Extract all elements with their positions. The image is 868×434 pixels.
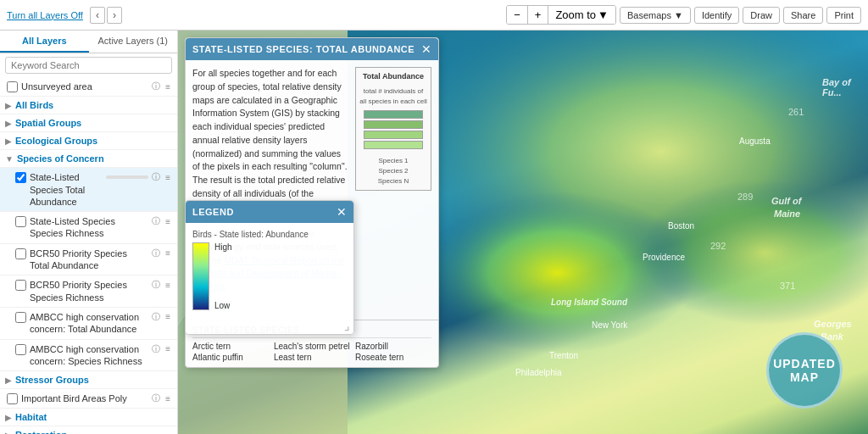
layer-info-button[interactable]: ⓘ [150, 343, 162, 355]
popup-close-button[interactable]: ✕ [421, 42, 431, 56]
zoom-plus-button[interactable]: + [528, 6, 549, 24]
layer-options-button[interactable]: ≡ [164, 173, 172, 182]
diagram-layer-3 [364, 131, 423, 139]
diagram-layer-n [364, 141, 423, 149]
layer-options-button[interactable]: ≡ [164, 344, 172, 353]
species-of-concern-label: Species of Concern [17, 153, 172, 164]
unsurveyed-checkbox[interactable] [7, 81, 18, 92]
bcr50-richness-label: BCR50 Priority Species Species Richness [30, 279, 147, 303]
philadelphia-city: Philadelphia [515, 368, 562, 377]
layer-info-button[interactable]: ⓘ [150, 215, 162, 227]
legend-close-button[interactable]: ✕ [337, 205, 347, 219]
layer-options-button[interactable]: ≡ [164, 82, 172, 92]
ecological-groups-group[interactable]: ▶ Ecological Groups [0, 132, 177, 150]
spatial-groups-group[interactable]: ▶ Spatial Groups [0, 114, 177, 132]
providence-city: Providence [643, 253, 685, 262]
sidebar: All Layers Active Layers (1) Unsurveyed … [0, 31, 178, 434]
legend-header: LEGEND ✕ [186, 201, 353, 223]
identify-button[interactable]: Identify [694, 7, 739, 24]
basemaps-button[interactable]: Basemaps ▼ [620, 7, 691, 24]
diagram-title: Total Abundance [359, 71, 427, 83]
nav-forward-button[interactable]: › [107, 7, 122, 24]
legend-row: High Low [192, 242, 347, 310]
legend-body: Birds - State listed: Abundance High Low [186, 223, 353, 317]
legend-gradient [192, 242, 209, 310]
chevron-down-icon: ▼ [5, 154, 14, 164]
layer-options-button[interactable]: ≡ [164, 312, 172, 321]
list-item: Unsurveyed area ⓘ ≡ [0, 77, 177, 97]
state-listed-total-checkbox[interactable] [15, 172, 26, 183]
layer-info-button[interactable]: ⓘ [150, 279, 162, 291]
diagram-subtitle: total # individuals of all species in ea… [359, 86, 427, 107]
search-input[interactable] [5, 57, 172, 74]
nav-back-button[interactable]: ‹ [90, 7, 105, 24]
share-button[interactable]: Share [783, 7, 823, 24]
layer-actions: ⓘ ≡ [150, 215, 172, 227]
layer-options-button[interactable]: ≡ [164, 217, 172, 226]
tab-all-layers[interactable]: All Layers [0, 31, 89, 53]
draw-button[interactable]: Draw [743, 7, 780, 24]
map-number-371: 371 [780, 281, 795, 291]
layer-options-button[interactable]: ≡ [164, 281, 172, 290]
ambcc-total-checkbox[interactable] [15, 312, 26, 323]
toolbar-left: Turn all Layers Off ‹ › [7, 7, 122, 24]
species-least-tern: Least tern [274, 353, 350, 362]
popup-title: STATE-LISTED SPECIES: TOTAL ABUNDANCE [192, 44, 415, 54]
bcr50-total-checkbox[interactable] [15, 248, 26, 259]
layer-info-button[interactable]: ⓘ [150, 81, 162, 92]
ambcc-richness-checkbox[interactable] [15, 344, 26, 355]
zoom-to-label: Zoom to [555, 8, 596, 21]
restoration-group[interactable]: ▶ Restoration [0, 426, 177, 434]
zoom-minus-button[interactable]: − [507, 6, 528, 24]
popup-header: STATE-LISTED SPECIES: TOTAL ABUNDANCE ✕ [186, 38, 438, 60]
zoom-to-dropdown[interactable]: Zoom to ▼ [548, 6, 615, 24]
important-bird-areas-label: Important Bird Areas Poly [21, 392, 147, 404]
layer-info-button[interactable]: ⓘ [150, 311, 162, 323]
chevron-right-icon: ▶ [5, 136, 12, 146]
state-listed-richness-checkbox[interactable] [15, 216, 26, 227]
stressor-groups-label: Stressor Groups [15, 375, 172, 385]
map-number-292: 292 [710, 241, 726, 251]
chevron-right-icon: ▶ [5, 119, 12, 128]
bcr50-richness-checkbox[interactable] [15, 280, 26, 291]
opacity-slider[interactable] [106, 175, 148, 179]
layer-actions: ⓘ ≡ [150, 311, 172, 323]
legend-popup: LEGEND ✕ Birds - State listed: Abundance… [185, 200, 354, 335]
search-box [0, 53, 177, 77]
boston-city: Boston [668, 221, 694, 231]
layer-options-button[interactable]: ≡ [164, 394, 172, 403]
species-leachs-storm-petrel: Leach's storm petrel [274, 342, 350, 351]
layer-actions: ⓘ ≡ [150, 392, 172, 404]
important-bird-areas-checkbox[interactable] [7, 393, 18, 404]
sidebar-tabs: All Layers Active Layers (1) [0, 31, 177, 53]
layer-info-button[interactable]: ⓘ [150, 248, 162, 259]
list-item: AMBCC high conservation concern: Total A… [0, 308, 177, 340]
list-item: State-Listed Species Total Abundance ⓘ ≡ [0, 168, 177, 212]
georges-bank-label: Georges [814, 319, 852, 329]
all-birds-group[interactable]: ▶ All Birds [0, 97, 177, 114]
gulf-of-maine-label: Gulf of [771, 196, 801, 206]
list-item: Important Bird Areas Poly ⓘ ≡ [0, 389, 177, 409]
stressor-groups-group[interactable]: ▶ Stressor Groups [0, 371, 177, 389]
legend-resize-handle[interactable]: ⌟ [186, 317, 353, 334]
tab-active-layers[interactable]: Active Layers (1) [89, 31, 178, 53]
layer-info-button[interactable]: ⓘ [150, 392, 162, 404]
chevron-right-icon: ▶ [5, 431, 12, 434]
map-area[interactable]: Bay of Fu... Gulf of Maine Georges Bank … [178, 31, 868, 434]
diagram-layer-2 [364, 120, 423, 129]
turn-off-layers-link[interactable]: Turn all Layers Off [7, 10, 83, 20]
legend-scale: High Low [214, 242, 232, 310]
layer-options-button[interactable]: ≡ [164, 248, 172, 258]
species-roseate-tern: Roseate tern [355, 353, 431, 362]
updated-map-badge: UPDATED MAP [766, 332, 843, 409]
species-of-concern-group[interactable]: ▼ Species of Concern [0, 150, 177, 168]
bay-of-fundy-label: Bay of Fu... [822, 77, 868, 97]
layer-info-button[interactable]: ⓘ [150, 171, 162, 183]
main-area: All Layers Active Layers (1) Unsurveyed … [0, 31, 868, 434]
basemaps-chevron-icon: ▼ [674, 10, 683, 20]
layer-actions: ⓘ ≡ [150, 343, 172, 355]
layer-actions: ⓘ ≡ [150, 279, 172, 291]
print-button[interactable]: Print [826, 7, 861, 24]
habitat-group[interactable]: ▶ Habitat [0, 409, 177, 426]
diagram-box: Total Abundance total # individuals of a… [355, 67, 431, 191]
